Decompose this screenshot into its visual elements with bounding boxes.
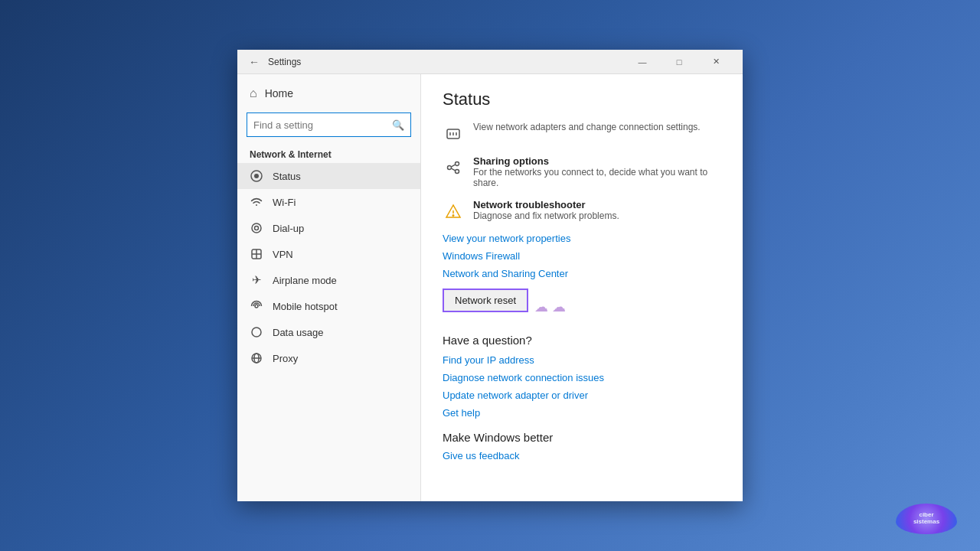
svg-point-23 (452, 215, 454, 217)
get-help-link[interactable]: Get help (443, 407, 721, 419)
watermark: cibersistemas (896, 504, 957, 536)
cloud-decoration: ☁ ☁ (534, 298, 566, 315)
sidebar-item-datausage[interactable]: Data usage (237, 319, 420, 345)
svg-point-18 (456, 162, 459, 166)
feedback-link[interactable]: Give us feedback (443, 450, 721, 461)
svg-point-17 (448, 166, 452, 170)
adapter-icon (443, 123, 464, 145)
svg-line-21 (452, 168, 456, 171)
svg-point-4 (255, 227, 259, 230)
sidebar: ⌂ Home 🔍 Network & Internet Status Wi-Fi (237, 74, 421, 501)
sidebar-hotspot-label: Mobile hotspot (273, 301, 338, 312)
network-section-label: Network & Internet (237, 143, 420, 163)
proxy-icon (250, 351, 263, 365)
airplane-icon: ✈ (250, 273, 263, 287)
sharing-center-link[interactable]: Network and Sharing Center (443, 268, 721, 279)
close-button[interactable]: ✕ (698, 50, 733, 74)
make-better-heading: Make Windows better (443, 431, 721, 444)
adapter-item: View network adapters and change connect… (443, 122, 721, 145)
titlebar: ← Settings — □ ✕ (237, 50, 743, 74)
svg-point-8 (255, 305, 258, 308)
sharing-desc: For the networks you connect to, decide … (473, 167, 721, 188)
svg-point-19 (456, 170, 459, 174)
sidebar-proxy-label: Proxy (273, 353, 298, 364)
search-icon: 🔍 (392, 119, 404, 131)
sidebar-item-dialup[interactable]: Dial-up (237, 215, 420, 241)
content-area: ⌂ Home 🔍 Network & Internet Status Wi-Fi (237, 74, 743, 501)
sidebar-dialup-label: Dial-up (273, 223, 304, 234)
sidebar-item-hotspot[interactable]: Mobile hotspot (237, 293, 420, 319)
svg-point-9 (252, 328, 261, 337)
search-box: 🔍 (247, 112, 411, 137)
sharing-icon (443, 157, 464, 178)
back-button[interactable]: ← (247, 54, 262, 70)
home-label: Home (265, 87, 293, 99)
sidebar-status-label: Status (273, 171, 301, 182)
troubleshooter-item: Network troubleshooter Diagnose and fix … (443, 199, 721, 222)
network-reset-row: Network reset ☁ ☁ (443, 285, 721, 328)
home-icon: ⌂ (250, 86, 257, 100)
update-adapter-link[interactable]: Update network adapter or driver (443, 390, 721, 401)
sidebar-item-airplane[interactable]: ✈ Airplane mode (237, 267, 420, 293)
settings-window: ← Settings — □ ✕ ⌂ Home 🔍 Network & Inte… (237, 50, 743, 501)
search-input[interactable] (253, 119, 392, 131)
sidebar-item-wifi[interactable]: Wi-Fi (237, 189, 420, 215)
sharing-title: Sharing options (473, 155, 721, 167)
minimize-button[interactable]: — (625, 50, 660, 74)
firewall-link[interactable]: Windows Firewall (443, 250, 721, 262)
have-question-heading: Have a question? (443, 334, 721, 347)
svg-line-20 (452, 165, 456, 167)
troubleshooter-desc: Diagnose and fix network problems. (473, 210, 619, 221)
svg-point-3 (252, 223, 261, 233)
troubleshooter-title: Network troubleshooter (473, 199, 619, 210)
svg-point-1 (254, 174, 259, 178)
dialup-icon (250, 221, 263, 235)
main-content: Status View network adapters and change … (421, 74, 743, 501)
page-title: Status (443, 90, 721, 109)
sharing-item: Sharing options For the networks you con… (443, 155, 721, 188)
window-controls: — □ ✕ (625, 50, 733, 74)
adapter-desc: View network adapters and change connect… (473, 122, 701, 132)
troubleshooter-icon (443, 201, 464, 222)
sidebar-item-status[interactable]: Status (237, 163, 420, 189)
hotspot-icon (250, 299, 263, 313)
sidebar-item-vpn[interactable]: VPN (237, 241, 420, 267)
sidebar-datausage-label: Data usage (273, 327, 324, 338)
sidebar-wifi-label: Wi-Fi (273, 197, 296, 208)
network-properties-link[interactable]: View your network properties (443, 233, 721, 244)
status-icon (250, 169, 263, 183)
sidebar-item-home[interactable]: ⌂ Home (237, 80, 420, 106)
datausage-icon (250, 325, 263, 339)
diagnose-link[interactable]: Diagnose network connection issues (443, 372, 721, 383)
maximize-button[interactable]: □ (662, 50, 697, 74)
wifi-icon (250, 195, 263, 209)
sidebar-item-proxy[interactable]: Proxy (237, 345, 420, 371)
vpn-icon (250, 247, 263, 261)
find-ip-link[interactable]: Find your IP address (443, 354, 721, 366)
watermark-logo: cibersistemas (896, 504, 957, 534)
svg-point-2 (256, 204, 257, 206)
network-reset-button[interactable]: Network reset (443, 289, 528, 312)
sidebar-vpn-label: VPN (273, 249, 293, 260)
sidebar-airplane-label: Airplane mode (273, 275, 337, 286)
window-title: Settings (268, 57, 625, 67)
